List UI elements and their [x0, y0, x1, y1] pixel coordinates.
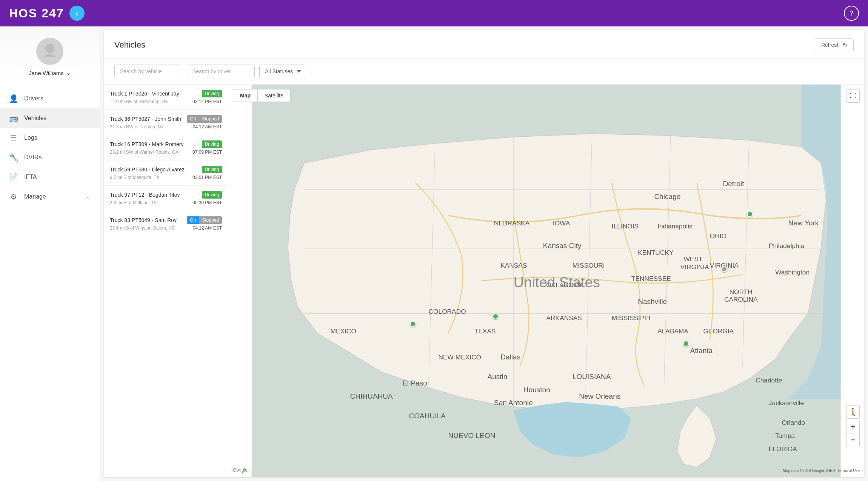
pegman-icon: 🚶 — [848, 407, 858, 416]
map-marker-harrisburg[interactable] — [747, 211, 753, 217]
back-button[interactable]: ‹ — [69, 6, 85, 21]
sidebar-item-vehicles[interactable]: 🚌 Vehicles — [0, 108, 100, 128]
vehicle-time: 05:30 PM EST — [192, 200, 222, 205]
svg-text:Philadelphia: Philadelphia — [769, 242, 805, 250]
svg-text:El Paso: El Paso — [402, 379, 427, 387]
map-marker-midland[interactable] — [410, 321, 416, 327]
tab-satellite[interactable]: Satellite — [258, 89, 291, 102]
list-item[interactable]: Truck 97 PT12 - Bogdan Titov Driving 2.6… — [104, 186, 228, 211]
help-icon: ? — [850, 9, 854, 17]
ifta-icon: 📄 — [9, 173, 18, 182]
header: HOS 247 ‹ ? — [0, 0, 868, 26]
vehicle-time: 03:01 PM EST — [192, 175, 222, 180]
svg-text:NEW MEXICO: NEW MEXICO — [439, 353, 482, 361]
list-item[interactable]: Truck 59 PT680 - Diego Alvarez Driving 9… — [104, 160, 228, 186]
map-expand-button[interactable]: ⛶ — [846, 89, 860, 103]
map-marker-winston-salem[interactable] — [721, 266, 727, 272]
google-logo: Google — [233, 467, 248, 473]
svg-text:MISSISSIPPI: MISSISSIPPI — [612, 314, 651, 322]
status-filter-select[interactable]: All Statuses Driving Stopped On Duty — [259, 65, 305, 78]
map-background: Chicago Detroit New York Philadelphia Wa… — [228, 85, 864, 477]
svg-text:Houston: Houston — [523, 386, 550, 394]
svg-text:KENTUCKY: KENTUCKY — [638, 249, 674, 256]
user-chevron-icon: ⌄ — [66, 69, 71, 76]
vehicle-location: 9.7 mi E of Mesquite, TX — [110, 175, 159, 180]
user-name-row[interactable]: Jane Williams ⌄ — [29, 69, 71, 76]
status-badge: Driving — [202, 140, 222, 148]
svg-text:Nashville: Nashville — [638, 298, 667, 305]
vehicle-location: 14.0 mi NE of Harrisburg, PA — [110, 99, 168, 104]
map-pegman-button[interactable]: 🚶 — [846, 405, 860, 419]
help-button[interactable]: ? — [844, 6, 859, 21]
avatar — [36, 38, 63, 65]
vehicle-time: 04:12 AM EST — [193, 225, 222, 231]
sidebar-item-ifta[interactable]: 📄 IFTA — [0, 167, 100, 187]
logs-icon: ☰ — [9, 133, 18, 142]
google-logo-text: Google — [233, 467, 248, 473]
status-badge: Driving — [202, 191, 222, 199]
vehicle-name: Truck 97 PT12 - Bogdan Titov — [110, 192, 180, 198]
svg-text:MEXICO: MEXICO — [331, 327, 356, 335]
sidebar-item-logs-label: Logs — [24, 134, 37, 141]
page-header: Vehicles Refresh ↻ — [104, 30, 864, 59]
status-badge-stopped: Stopped — [199, 115, 222, 123]
svg-text:LOUISIANA: LOUISIANA — [573, 373, 611, 381]
svg-text:NORTH: NORTH — [729, 288, 753, 296]
svg-text:MISSOURI: MISSOURI — [573, 262, 605, 269]
svg-text:TEXAS: TEXAS — [474, 327, 496, 335]
sidebar-item-manage[interactable]: ⚙ Manage ⌄ — [0, 187, 100, 207]
map-marker-atlanta[interactable] — [683, 341, 689, 347]
sidebar-item-vehicles-label: Vehicles — [24, 115, 47, 122]
svg-text:New York: New York — [788, 219, 819, 227]
vehicle-time: 03:12 PM EST — [192, 99, 222, 104]
vehicle-name: Truck 83 PT5049 - Sam Roy — [110, 217, 177, 223]
map-attribution: Map data ©2019 Google, INEGI Terms of Us… — [783, 469, 860, 473]
list-item[interactable]: Truck 36 PT5027 - John Smith Off Stopped… — [104, 110, 228, 135]
manage-chevron-icon: ⌄ — [86, 194, 91, 200]
sidebar-item-dvirs[interactable]: 🔧 DVIRs — [0, 148, 100, 167]
sidebar: Jane Williams ⌄ 👤 Drivers 🚌 Vehicles ☰ L… — [0, 26, 100, 481]
page-title: Vehicles — [114, 40, 145, 50]
svg-text:Indianapolis: Indianapolis — [657, 222, 693, 230]
svg-text:Atlanta: Atlanta — [690, 347, 713, 355]
status-combo: Off Stopped — [187, 115, 222, 123]
svg-text:Tampa: Tampa — [775, 432, 795, 439]
svg-text:ARKANSAS: ARKANSAS — [546, 314, 582, 322]
svg-text:FLORIDA: FLORIDA — [769, 445, 797, 453]
search-driver-input[interactable] — [187, 65, 255, 78]
header-left: HOS 247 ‹ — [9, 6, 85, 21]
refresh-label: Refresh — [821, 42, 840, 48]
sidebar-item-dvirs-label: DVIRs — [24, 154, 42, 161]
svg-text:ILLINOIS: ILLINOIS — [612, 222, 639, 230]
list-item[interactable]: Truck 1 PT3026 - Vincent Jay Driving 14.… — [104, 85, 228, 110]
map-marker-mesquite[interactable] — [492, 313, 499, 319]
zoom-out-button[interactable]: − — [846, 433, 860, 447]
zoom-in-button[interactable]: + — [846, 420, 860, 433]
drivers-icon: 👤 — [9, 94, 18, 103]
user-name: Jane Williams — [29, 70, 64, 76]
svg-rect-2 — [38, 57, 61, 63]
svg-text:KANSAS: KANSAS — [500, 262, 527, 269]
map-tabs: Map Satellite — [233, 89, 291, 102]
svg-text:WEST: WEST — [684, 255, 703, 263]
vehicle-name: Truck 1 PT3026 - Vincent Jay — [110, 91, 179, 97]
sidebar-item-logs[interactable]: ☰ Logs — [0, 128, 100, 148]
svg-text:Jacksonville: Jacksonville — [769, 399, 804, 407]
app-logo: HOS 247 — [9, 6, 64, 20]
list-item[interactable]: Truck 83 PT5049 - Sam Roy On Stopped 27.… — [104, 211, 228, 236]
status-badge-on: On — [187, 216, 199, 224]
sidebar-item-drivers[interactable]: 👤 Drivers — [0, 89, 100, 108]
sidebar-item-manage-label: Manage — [24, 193, 46, 200]
list-item[interactable]: Truck 16 PT809 - Mark Romery Driving 23.… — [104, 135, 228, 160]
sidebar-item-drivers-label: Drivers — [24, 95, 43, 102]
svg-text:COAHUILA: COAHUILA — [409, 412, 446, 420]
vehicle-name: Truck 59 PT680 - Diego Alvarez — [110, 166, 185, 173]
status-badge: Driving — [202, 166, 222, 173]
search-vehicle-input[interactable] — [114, 65, 182, 78]
avatar-icon — [38, 40, 61, 63]
tab-map[interactable]: Map — [233, 89, 258, 102]
status-badge-off: Off — [187, 115, 199, 123]
svg-text:NUEVO LEON: NUEVO LEON — [448, 432, 496, 439]
refresh-button[interactable]: Refresh ↻ — [815, 39, 854, 51]
svg-text:CHIHUAHUA: CHIHUAHUA — [350, 392, 393, 400]
